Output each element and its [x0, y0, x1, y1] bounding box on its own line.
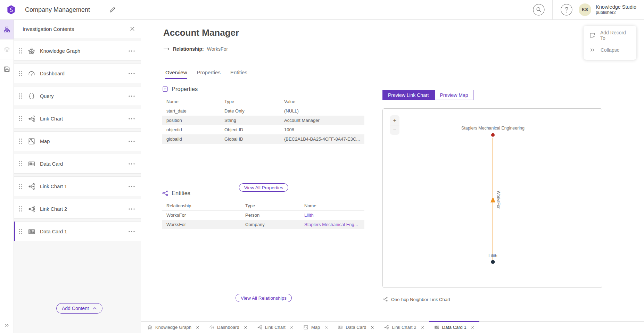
bottom-tab-knowledge-graph[interactable]: Knowledge Graph — [142, 322, 204, 333]
table-row: WorksFor Company Staplers Mechanical Eng… — [162, 220, 364, 229]
table-row: position String Account Manager — [162, 116, 364, 125]
menu-item-add-record-to[interactable]: Add Record To — [584, 28, 636, 43]
drag-handle-icon[interactable] — [19, 161, 22, 167]
tab-close-icon[interactable] — [421, 326, 424, 329]
drag-handle-icon[interactable] — [19, 116, 22, 122]
sidebar-item-query[interactable]: Query — [14, 86, 141, 106]
zoom-out-button[interactable]: − — [390, 125, 399, 135]
table-row: globalid Global ID {BEC2A1B4-BA25-4CFF-8… — [162, 134, 364, 144]
entities-table-body: WorksFor Person Lilith WorksFor Company … — [162, 210, 364, 229]
cell-value: 1008 — [284, 127, 364, 132]
drag-handle-icon[interactable] — [19, 228, 22, 234]
bottom-tab-bar: Knowledge Graph Dashboard Link Chart Map… — [141, 321, 644, 333]
menu-item-collapse[interactable]: Collapse — [584, 43, 636, 57]
item-label: Link Chart — [40, 116, 63, 122]
panel-close-button[interactable] — [130, 26, 135, 31]
help-button[interactable] — [561, 4, 572, 16]
company-node-label: Staplers Mechanical Engineering — [461, 126, 525, 131]
app-logo-icon[interactable] — [6, 5, 16, 15]
edit-title-button[interactable] — [109, 6, 116, 14]
tab-close-icon[interactable] — [196, 326, 199, 329]
tab-properties[interactable]: Properties — [197, 69, 221, 79]
cell-type: Date Only — [224, 108, 284, 114]
item-menu-button[interactable] — [129, 163, 135, 165]
tab-close-icon[interactable] — [471, 326, 474, 329]
cell-value: (NULL) — [284, 108, 364, 114]
bottom-tab-link-chart-2[interactable]: Link Chart 2 — [379, 322, 429, 333]
map-icon — [303, 325, 308, 330]
app-title: Company Management — [25, 6, 90, 14]
tab-close-icon[interactable] — [290, 326, 294, 329]
column-header-value: Value — [284, 99, 364, 104]
search-button[interactable] — [533, 4, 545, 16]
cell-name: start_date — [162, 108, 224, 114]
item-menu-button[interactable] — [129, 50, 135, 52]
item-menu-button[interactable] — [129, 141, 135, 142]
bottom-tab-data-card-1[interactable]: Data Card 1 — [429, 322, 479, 333]
person-node-dot[interactable] — [491, 260, 495, 264]
help-icon — [561, 4, 572, 16]
item-label: Link Chart 2 — [40, 206, 67, 212]
link-chart-canvas[interactable]: Staplers Mechanical Engineering WorksFor… — [383, 109, 602, 288]
rail-item-save[interactable] — [0, 59, 14, 79]
sidebar-item-link-chart-2[interactable]: Link Chart 2 — [14, 199, 141, 219]
column-header-type: Type — [245, 203, 304, 208]
menu-item-label: Add Record To — [600, 30, 630, 41]
company-node-dot[interactable] — [491, 133, 495, 137]
bottom-tab-label: Link Chart 2 — [392, 325, 416, 330]
bottom-tab-map[interactable]: Map — [298, 322, 333, 333]
sidebar-item-knowledge-graph[interactable]: Knowledge Graph — [14, 41, 141, 61]
pencil-icon — [109, 6, 116, 14]
sidebar-item-link-chart-1[interactable]: Link Chart 1 — [14, 176, 141, 196]
tab-close-icon[interactable] — [371, 326, 374, 329]
entity-link[interactable]: Lilith — [304, 213, 364, 218]
sidebar-item-link-chart[interactable]: Link Chart — [14, 109, 141, 128]
add-content-button[interactable]: Add Content — [56, 303, 102, 314]
sidebar-item-dashboard[interactable]: Dashboard — [14, 64, 141, 83]
item-menu-button[interactable] — [129, 208, 135, 210]
properties-table: NameTypeValue start_date Date Only (NULL… — [162, 97, 364, 144]
drag-handle-icon[interactable] — [19, 138, 22, 144]
link-chart-icon — [384, 325, 389, 330]
drag-handle-icon[interactable] — [19, 183, 22, 189]
sidebar-item-map[interactable]: Map — [14, 131, 141, 151]
item-menu-button[interactable] — [129, 95, 135, 97]
avatar[interactable]: KS — [579, 3, 591, 16]
bottom-tab-link-chart[interactable]: Link Chart — [252, 322, 298, 333]
item-menu-button[interactable] — [129, 118, 135, 119]
entities-section: Entities RelationshipTypeName WorksFor P… — [162, 190, 364, 229]
item-label: Knowledge Graph — [40, 48, 80, 54]
tab-entities[interactable]: Entities — [230, 69, 247, 79]
bottom-tab-label: Map — [311, 325, 320, 330]
column-header-name: Name — [162, 99, 224, 104]
item-menu-button[interactable] — [129, 73, 135, 74]
zoom-in-button[interactable]: + — [390, 115, 399, 125]
user-block: Knowledge Studio publisher2 — [596, 4, 636, 16]
item-menu-button[interactable] — [129, 231, 135, 232]
bottom-tab-data-card[interactable]: Data Card — [333, 322, 379, 333]
item-label: Data Card 1 — [40, 229, 67, 234]
tab-overview[interactable]: Overview — [165, 69, 187, 79]
link-chart-icon — [257, 325, 262, 330]
page-title: Account Manager — [163, 27, 239, 38]
bottom-tab-dashboard[interactable]: Dashboard — [204, 322, 252, 333]
sidebar-item-data-card[interactable]: Data Card — [14, 154, 141, 174]
drag-handle-icon[interactable] — [19, 206, 22, 212]
entities-section-header: Entities — [162, 190, 364, 197]
chart-caption: One-hop Neighbor Link Chart — [382, 297, 450, 302]
expand-panel-button[interactable] — [0, 322, 14, 328]
view-all-relationships-button[interactable]: View All Relationships — [236, 294, 292, 302]
tab-close-icon[interactable] — [244, 326, 247, 329]
toggle-preview-link-chart[interactable]: Preview Link Chart — [382, 90, 435, 100]
rail-item-layers[interactable] — [0, 40, 14, 59]
toggle-preview-map[interactable]: Preview Map — [435, 90, 474, 100]
zoom-control: + − — [390, 115, 399, 135]
entity-link[interactable]: Staplers Mechanical Eng... — [304, 222, 364, 227]
drag-handle-icon[interactable] — [19, 70, 22, 76]
drag-handle-icon[interactable] — [19, 48, 22, 54]
item-menu-button[interactable] — [129, 186, 135, 187]
rail-item-investigation-contents[interactable] — [0, 20, 14, 40]
drag-handle-icon[interactable] — [19, 93, 22, 99]
sidebar-item-data-card-1[interactable]: Data Card 1 — [14, 222, 141, 241]
tab-close-icon[interactable] — [324, 326, 328, 329]
